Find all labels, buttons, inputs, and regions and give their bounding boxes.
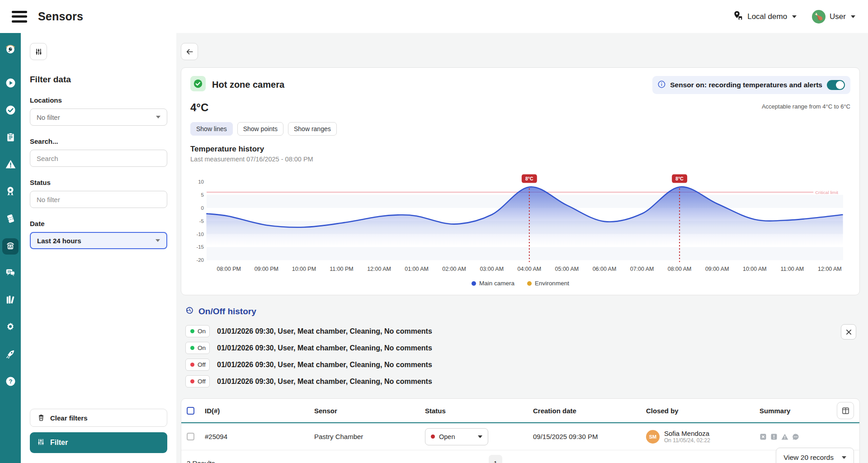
col-id: ID(#) bbox=[205, 407, 314, 415]
rail-item-play[interactable] bbox=[2, 76, 19, 92]
records-per-page-dropdown[interactable]: View 20 records bbox=[776, 448, 854, 463]
temperature-line-chart: Critical limit8°C8°C1050-5-10-15-2008:00… bbox=[190, 164, 850, 277]
history-entry: On 01/01/2026 09:30, User, Meat chamber,… bbox=[185, 342, 855, 354]
rail-item-clipboard[interactable] bbox=[2, 130, 19, 146]
user-menu[interactable]: 🍗 User bbox=[812, 10, 855, 24]
rail-item-check[interactable] bbox=[2, 103, 19, 119]
rocket-icon bbox=[5, 349, 16, 361]
status-filter-input[interactable] bbox=[30, 191, 167, 208]
location-pin-icon bbox=[733, 10, 743, 23]
cell-creation-date: 09/15/2025 09:30 PM bbox=[533, 433, 646, 440]
rail-item-ticket[interactable] bbox=[2, 211, 19, 227]
table-row: #25094 Pastry Chamber Open 09/15/2025 09… bbox=[181, 423, 859, 450]
history-entry-text: 01/01/2026 09:30, User, Meat chamber, Cl… bbox=[217, 344, 432, 352]
chevron-down-icon bbox=[156, 116, 160, 118]
svg-text:09:00 PM: 09:00 PM bbox=[255, 266, 278, 272]
rail-item-warning[interactable] bbox=[2, 157, 19, 173]
main-content: Hot zone camera 4°C Show linesShow point… bbox=[176, 33, 868, 463]
temperature-chart: Critical limit8°C8°C1050-5-10-15-2008:00… bbox=[190, 164, 850, 279]
date-label: Date bbox=[30, 220, 167, 227]
chart-title: Temperature history bbox=[190, 145, 850, 154]
clear-filters-button[interactable]: Clear filters bbox=[30, 409, 167, 427]
svg-text:-10: -10 bbox=[196, 232, 204, 237]
chart-legend: Main cameraEnvironment bbox=[190, 279, 850, 289]
chart-subtitle: Last measurement 07/16/2025 - 08:00 PM bbox=[190, 156, 850, 163]
location-switcher[interactable]: Local demo bbox=[733, 10, 797, 23]
library-icon bbox=[5, 294, 16, 307]
summary-icons bbox=[760, 433, 854, 440]
rail-item-library[interactable] bbox=[2, 293, 19, 309]
svg-text:?: ? bbox=[9, 378, 12, 385]
view-button-show-lines[interactable]: Show lines bbox=[190, 122, 233, 136]
legend-environment[interactable]: Environment bbox=[527, 280, 569, 287]
check-icon bbox=[5, 104, 16, 118]
warning-icon bbox=[5, 159, 16, 172]
cell-id: #25094 bbox=[205, 433, 314, 440]
col-summary: Summary bbox=[760, 407, 790, 415]
rail-item-rocket[interactable] bbox=[2, 347, 19, 363]
svg-text:-15: -15 bbox=[196, 244, 204, 250]
legend-dot-icon bbox=[472, 281, 476, 286]
state-dot-icon bbox=[190, 379, 194, 383]
svg-text:04:00 AM: 04:00 AM bbox=[518, 266, 542, 272]
svg-text:08:00 AM: 08:00 AM bbox=[668, 266, 692, 272]
chevron-down-icon bbox=[792, 15, 797, 18]
locations-select[interactable]: No filter bbox=[30, 109, 167, 126]
date-select[interactable]: Last 24 hours bbox=[30, 232, 167, 249]
menu-icon[interactable] bbox=[12, 11, 27, 23]
view-button-show-ranges[interactable]: Show ranges bbox=[288, 122, 337, 136]
rail-item-award[interactable] bbox=[2, 184, 19, 200]
cell-sensor: Pastry Chamber bbox=[314, 433, 425, 440]
close-icon bbox=[845, 329, 852, 335]
column-picker-button[interactable] bbox=[837, 402, 854, 419]
legend-main-camera[interactable]: Main camera bbox=[472, 280, 514, 287]
apply-filter-button[interactable]: Filter bbox=[30, 432, 167, 453]
settings-icon bbox=[5, 321, 16, 334]
view-button-show-points[interactable]: Show points bbox=[237, 122, 283, 136]
rail-item-settings[interactable] bbox=[2, 320, 19, 336]
state-label: Off bbox=[198, 378, 206, 385]
sliders-icon bbox=[35, 48, 42, 56]
filter-panel-title: Filter data bbox=[30, 75, 167, 85]
col-sensor: Sensor bbox=[314, 407, 425, 415]
onoff-badge: On bbox=[185, 325, 210, 337]
status-value: Open bbox=[439, 433, 455, 440]
closedby-avatar: SM bbox=[646, 430, 660, 444]
state-label: On bbox=[198, 345, 206, 351]
search-input[interactable] bbox=[30, 150, 167, 167]
svg-text:02:00 AM: 02:00 AM bbox=[442, 266, 466, 272]
rail-item-chat[interactable] bbox=[2, 265, 19, 282]
svg-text:10: 10 bbox=[198, 179, 204, 184]
status-dropdown[interactable]: Open bbox=[425, 428, 488, 445]
row-checkbox[interactable] bbox=[187, 433, 194, 440]
chevron-down-icon bbox=[851, 15, 855, 18]
filters-collapse-button[interactable] bbox=[30, 43, 47, 60]
closedby-name: Sofia Mendoza bbox=[664, 430, 710, 437]
search-label: Search... bbox=[30, 137, 167, 145]
location-label: Local demo bbox=[747, 12, 787, 21]
rail-item-logo[interactable] bbox=[2, 41, 19, 57]
history-title: On/Off history bbox=[198, 307, 256, 317]
history-entry-text: 01/01/2026 09:30, User, Meat chamber, Cl… bbox=[217, 327, 432, 335]
user-label: User bbox=[830, 12, 846, 21]
columns-icon bbox=[841, 406, 850, 415]
select-all-checkbox[interactable] bbox=[187, 407, 194, 415]
ticket-icon bbox=[5, 213, 16, 226]
svg-text:8°C: 8°C bbox=[525, 176, 533, 181]
svg-text:10:00 AM: 10:00 AM bbox=[743, 266, 767, 272]
status-label: Status bbox=[30, 179, 167, 186]
comments-icon bbox=[792, 433, 799, 440]
back-button[interactable] bbox=[181, 43, 198, 60]
page-1-button[interactable]: 1 bbox=[489, 455, 502, 463]
rail-item-sensors[interactable] bbox=[2, 238, 19, 255]
info-icon bbox=[658, 80, 665, 90]
legend-dot-icon bbox=[527, 281, 532, 286]
clear-filters-label: Clear filters bbox=[50, 414, 88, 422]
close-history-button[interactable] bbox=[841, 324, 856, 340]
col-creation-date: Creation date bbox=[533, 407, 646, 415]
svg-text:8°C: 8°C bbox=[675, 176, 684, 181]
svg-text:-5: -5 bbox=[199, 218, 204, 224]
rail-item-help[interactable]: ? bbox=[2, 374, 19, 390]
sensor-on-toggle[interactable] bbox=[827, 80, 845, 90]
trash-icon bbox=[38, 414, 45, 422]
